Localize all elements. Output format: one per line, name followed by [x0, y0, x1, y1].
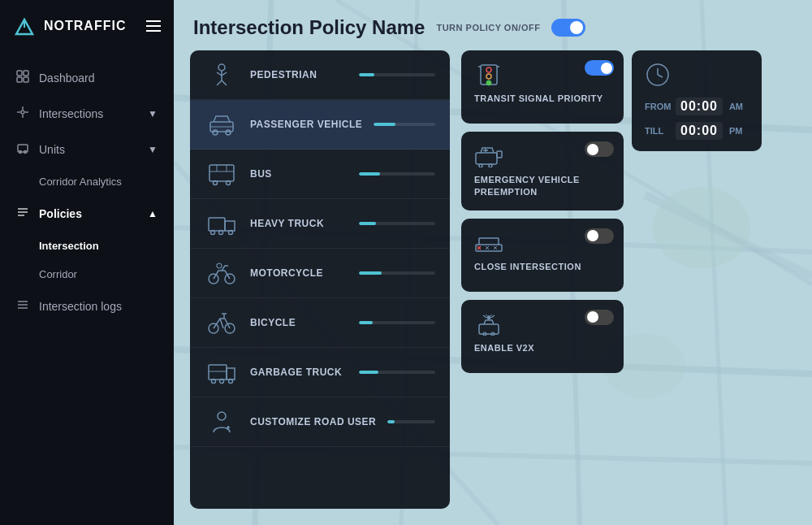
emergency-label: EMERGENCY VEHICLE PREEMPTION	[474, 174, 611, 199]
svg-point-62	[220, 380, 224, 384]
svg-point-61	[212, 380, 216, 384]
sidebar-item-units[interactable]: Units ▼	[0, 132, 174, 167]
sidebar-label-intersection: Intersection	[39, 240, 99, 252]
sidebar-item-intersections[interactable]: Intersections ▼	[0, 96, 174, 132]
passenger-vehicle-speed-bar	[374, 123, 435, 126]
sidebar-label-logs: Intersection logs	[39, 300, 122, 313]
svg-line-96	[658, 75, 663, 77]
svg-point-70	[486, 74, 491, 79]
sidebar-item-corridor-analytics[interactable]: Corridor Analytics	[0, 167, 174, 196]
svg-line-37	[217, 80, 222, 85]
svg-rect-60	[209, 365, 227, 380]
dashboard-icon	[16, 70, 29, 86]
units-icon	[16, 141, 29, 158]
motorcycle-icon	[205, 258, 239, 288]
enable-v2x-card: ENABLE V2X	[461, 300, 624, 373]
svg-point-52	[229, 231, 233, 235]
close-toggle[interactable]	[585, 228, 614, 244]
emergency-vehicle-preemption-card: EMERGENCY VEHICLE PREEMPTION	[461, 132, 624, 210]
road-user-pedestrian[interactable]: PEDESTRIAN	[190, 50, 450, 100]
road-user-motorcycle[interactable]: MOTORCYCLE	[190, 249, 450, 298]
close-intersection-label: CLOSE INTERSECTION	[474, 261, 611, 273]
sidebar-item-policies[interactable]: Policies ▲	[0, 196, 174, 232]
road-user-bicycle[interactable]: BICYCLE	[190, 298, 450, 348]
policy-cards-area: TRANSIT SIGNAL PRIORITY	[461, 50, 796, 509]
emergency-toggle[interactable]	[585, 141, 614, 157]
svg-rect-74	[476, 153, 497, 164]
close-intersection-icon	[474, 230, 507, 256]
svg-point-6	[21, 111, 24, 114]
customize-label: CUSTOMIZE ROAD USER	[250, 416, 376, 427]
sidebar: NOTRAFFIC Dashboard	[0, 0, 174, 525]
road-user-bus[interactable]: BUS	[190, 150, 450, 199]
pedestrian-speed-bar	[359, 73, 435, 76]
svg-point-69	[486, 67, 491, 72]
garbage-truck-icon	[205, 358, 239, 387]
garbage-truck-speed-bar	[359, 371, 435, 374]
motorcycle-label: MOTORCYCLE	[250, 267, 348, 279]
road-user-garbage-truck[interactable]: GARBAGE TRUCK	[190, 348, 450, 397]
svg-line-38	[222, 80, 227, 85]
transit-toggle[interactable]	[585, 60, 614, 76]
motorcycle-speed-bar	[359, 271, 435, 275]
svg-point-76	[479, 164, 482, 167]
overlay-panel: Intersection Policy Name TURN POLICY ON/…	[190, 16, 796, 509]
main-content: Intersection Policy Name TURN POLICY ON/…	[174, 0, 812, 525]
sidebar-item-intersection-logs[interactable]: Intersection logs	[0, 289, 174, 324]
till-ampm: PM	[729, 126, 743, 136]
transit-label: TRANSIT SIGNAL PRIORITY	[474, 93, 611, 105]
transit-signal-priority-card: TRANSIT SIGNAL PRIORITY	[461, 50, 624, 124]
svg-point-63	[229, 380, 233, 384]
intersections-chevron: ▼	[148, 108, 158, 119]
svg-point-65	[218, 412, 226, 420]
logs-icon	[16, 298, 29, 315]
emergency-icon	[474, 143, 507, 169]
sidebar-item-intersection-policy[interactable]: Intersection	[0, 232, 174, 260]
sidebar-label-corridor-analytics: Corridor Analytics	[39, 176, 122, 188]
svg-rect-4	[17, 77, 22, 82]
panel-body: PEDESTRIAN PASSENGER VEHICLE	[190, 50, 796, 509]
svg-rect-3	[24, 71, 28, 76]
svg-rect-75	[497, 151, 502, 158]
heavy-truck-icon	[205, 209, 239, 238]
road-user-passenger-vehicle[interactable]: PASSENGER VEHICLE	[190, 100, 450, 150]
sidebar-item-dashboard[interactable]: Dashboard	[0, 60, 174, 96]
hamburger-button[interactable]	[146, 20, 161, 32]
v2x-toggle[interactable]	[585, 310, 614, 325]
from-time-value[interactable]: 00:00	[676, 98, 723, 115]
svg-point-55	[217, 263, 222, 268]
svg-rect-5	[24, 77, 28, 82]
svg-rect-49	[209, 218, 225, 231]
garbage-truck-label: GARBAGE TRUCK	[250, 367, 348, 378]
till-label: TILL	[645, 126, 669, 136]
svg-point-77	[489, 164, 492, 167]
pedestrian-icon	[205, 60, 239, 89]
svg-point-50	[211, 231, 215, 235]
sidebar-label-corridor: Corridor	[39, 268, 77, 280]
policies-icon	[16, 206, 29, 222]
sidebar-label-units: Units	[39, 143, 65, 156]
svg-point-71	[486, 80, 491, 85]
heavy-truck-speed-bar	[359, 222, 435, 225]
road-user-customize[interactable]: CUSTOMIZE ROAD USER	[190, 397, 450, 447]
bicycle-icon	[205, 308, 239, 337]
v2x-label: ENABLE V2X	[474, 342, 611, 354]
policy-toggle[interactable]	[551, 19, 585, 37]
v2x-icon	[474, 311, 507, 337]
till-time-row: TILL 00:00 PM	[645, 122, 749, 140]
svg-point-40	[213, 130, 218, 135]
pedestrian-label: PEDESTRIAN	[250, 69, 348, 80]
from-ampm: AM	[729, 102, 743, 111]
passenger-vehicle-label: PASSENGER VEHICLE	[250, 119, 362, 130]
from-label: FROM	[645, 102, 669, 111]
clock-icon	[645, 62, 671, 91]
sidebar-label-dashboard: Dashboard	[39, 72, 95, 85]
logo-area: NOTRAFFIC	[0, 0, 174, 52]
road-users-panel: PEDESTRIAN PASSENGER VEHICLE	[190, 50, 450, 509]
road-user-heavy-truck[interactable]: HEAVY TRUCK	[190, 199, 450, 249]
till-time-value[interactable]: 00:00	[676, 122, 723, 140]
passenger-vehicle-icon	[205, 110, 239, 139]
svg-point-41	[226, 130, 231, 135]
bus-label: BUS	[250, 168, 348, 180]
sidebar-item-corridor-policy[interactable]: Corridor	[0, 260, 174, 289]
